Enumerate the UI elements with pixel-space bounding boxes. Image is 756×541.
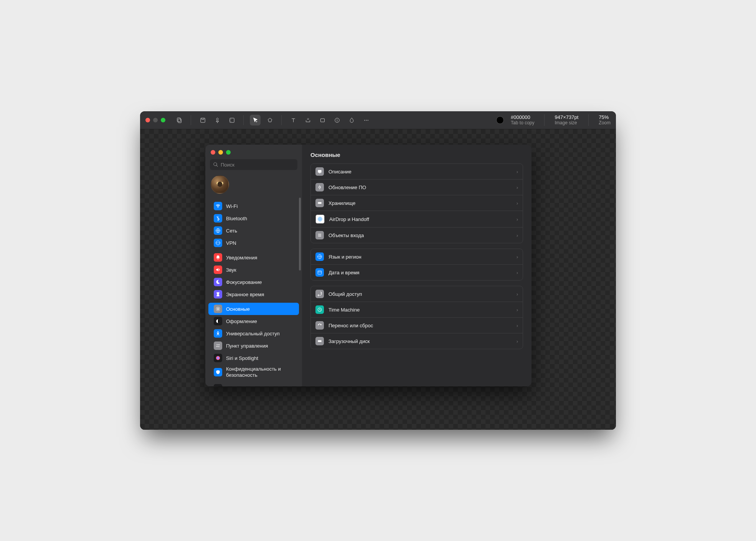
sidebar-item-wifi[interactable]: Wi-Fi xyxy=(208,200,299,212)
search-input[interactable]: Поиск xyxy=(210,159,297,170)
minimize-window-button[interactable] xyxy=(153,118,158,122)
pointer-tool-button[interactable]: # xyxy=(250,115,261,125)
copy-button[interactable] xyxy=(174,115,185,125)
picked-color-info: #000000 Tab to copy xyxy=(511,115,534,126)
measure-tool-button[interactable]: 12 xyxy=(302,115,313,125)
sound-icon xyxy=(214,266,222,274)
sidebar-item-privacy[interactable]: Конфиденциальность и безопасность xyxy=(208,364,299,380)
image-size-info: 947×737pt Image size xyxy=(555,115,578,126)
pin-button[interactable] xyxy=(212,115,223,125)
rect-tool-button[interactable] xyxy=(317,115,328,125)
chevron-right-icon: › xyxy=(517,169,518,175)
sidebar-item-network[interactable]: Сеть xyxy=(208,224,299,237)
list-row-transfer[interactable]: Перенос или сброс› xyxy=(311,318,523,333)
list-group: Общий доступ›Time Machine›Перенос или сб… xyxy=(310,286,523,349)
scrollbar[interactable] xyxy=(299,198,301,270)
sidebar-item-label: Оформление xyxy=(226,318,257,324)
image-size-label: Image size xyxy=(555,120,578,126)
list-row-airdrop[interactable]: AirDrop и Handoff› xyxy=(311,211,523,228)
sidebar-item-desktop[interactable]: Рабочий стол и Dock xyxy=(208,382,299,386)
sidebar-item-label: Основные xyxy=(226,306,250,312)
chevron-right-icon: › xyxy=(517,254,518,260)
number-tool-button[interactable]: 1 xyxy=(332,115,342,125)
canvas[interactable]: Поиск Wi-FiBluetoothСетьVPNУведомленияЗв… xyxy=(140,129,616,430)
svg-text:1: 1 xyxy=(336,119,338,121)
sidebar-item-sound[interactable]: Звук xyxy=(208,264,299,276)
grid-button[interactable] xyxy=(226,115,237,125)
list-row-language[interactable]: Язык и регион› xyxy=(311,249,523,265)
sidebar-item-vpn[interactable]: VPN xyxy=(208,237,299,249)
list-row-label: Язык и регион xyxy=(328,254,512,260)
shape-tool-button[interactable] xyxy=(264,115,275,125)
list-row-update[interactable]: Обновление ПО› xyxy=(311,180,523,195)
list-row-storage[interactable]: Хранилище› xyxy=(311,195,523,211)
chevron-right-icon: › xyxy=(517,270,518,275)
list-row-about[interactable]: Описание› xyxy=(311,164,523,180)
datetime-icon xyxy=(315,268,324,277)
separator xyxy=(281,115,282,125)
storage-icon xyxy=(315,199,324,207)
list-row-startup[interactable]: Загрузочный диск› xyxy=(311,333,523,349)
sidebar-item-appearance[interactable]: Оформление xyxy=(208,315,299,327)
list-row-datetime[interactable]: Дата и время› xyxy=(311,265,523,280)
account-row[interactable] xyxy=(205,174,302,198)
desktop-icon xyxy=(214,384,222,386)
sidebar-item-controlcenter[interactable]: Пункт управления xyxy=(208,340,299,352)
sidebar-item-siri[interactable]: Siri и Spotlight xyxy=(208,352,299,364)
text-tool-button[interactable] xyxy=(288,115,299,125)
search-icon xyxy=(213,162,218,167)
separator xyxy=(243,115,244,125)
general-icon xyxy=(214,305,222,313)
settings-window: Поиск Wi-FiBluetoothСетьVPNУведомленияЗв… xyxy=(205,145,532,386)
sidebar-item-bluetooth[interactable]: Bluetooth xyxy=(208,212,299,224)
more-tools-button[interactable] xyxy=(361,115,371,125)
list-row-timemachine[interactable]: Time Machine› xyxy=(311,302,523,318)
sidebar-item-screentime[interactable]: Экранное время xyxy=(208,288,299,300)
close-window-button[interactable] xyxy=(211,150,215,155)
language-icon xyxy=(315,252,324,261)
editor-titlebar: # 12 1 #000000 Tab to copy xyxy=(140,111,616,129)
sidebar: Поиск Wi-FiBluetoothСетьVPNУведомленияЗв… xyxy=(205,145,302,386)
svg-rect-1 xyxy=(177,118,180,122)
list-row-label: Объекты входа xyxy=(328,233,512,238)
svg-rect-50 xyxy=(318,340,321,342)
network-icon xyxy=(214,226,222,235)
chevron-right-icon: › xyxy=(517,307,518,313)
login-icon xyxy=(315,231,324,239)
svg-rect-2 xyxy=(200,118,205,122)
svg-text:12: 12 xyxy=(307,118,309,120)
fullscreen-window-button[interactable] xyxy=(226,150,231,155)
svg-rect-38 xyxy=(318,202,321,204)
list-row-login[interactable]: Объекты входа› xyxy=(311,228,523,243)
accessibility-icon xyxy=(214,329,222,338)
sidebar-item-label: Пункт управления xyxy=(226,343,268,349)
appearance-icon xyxy=(214,317,222,325)
list-row-label: Time Machine xyxy=(328,307,512,313)
separator xyxy=(588,114,589,126)
sidebar-list: Wi-FiBluetoothСетьVPNУведомленияЗвукФоку… xyxy=(205,198,302,386)
picked-color-swatch[interactable] xyxy=(496,116,504,124)
zoom-info[interactable]: 75% Zoom xyxy=(599,115,611,126)
blur-tool-button[interactable] xyxy=(346,115,357,125)
controlcenter-icon xyxy=(214,341,222,350)
save-button[interactable] xyxy=(197,115,208,125)
svg-rect-4 xyxy=(229,118,234,122)
svg-point-27 xyxy=(218,331,219,332)
list-row-label: Хранилище xyxy=(328,200,512,206)
svg-text:#: # xyxy=(256,120,257,123)
svg-point-19 xyxy=(366,120,366,120)
fullscreen-window-button[interactable] xyxy=(161,118,165,122)
sidebar-item-label: Siri и Spotlight xyxy=(226,355,258,361)
sidebar-item-focus[interactable]: Фокусирование xyxy=(208,276,299,288)
sidebar-item-general[interactable]: Основные xyxy=(208,303,299,315)
close-window-button[interactable] xyxy=(145,118,150,122)
sidebar-item-notifications[interactable]: Уведомления xyxy=(208,251,299,264)
minimize-window-button[interactable] xyxy=(218,150,223,155)
list-row-label: Описание xyxy=(328,169,512,175)
search-placeholder: Поиск xyxy=(221,162,234,168)
list-group: Язык и регион›Дата и время› xyxy=(310,249,523,280)
image-size-value: 947×737pt xyxy=(555,115,578,120)
sidebar-item-accessibility[interactable]: Универсальный доступ xyxy=(208,327,299,340)
chevron-right-icon: › xyxy=(517,291,518,297)
list-row-sharing[interactable]: Общий доступ› xyxy=(311,286,523,302)
